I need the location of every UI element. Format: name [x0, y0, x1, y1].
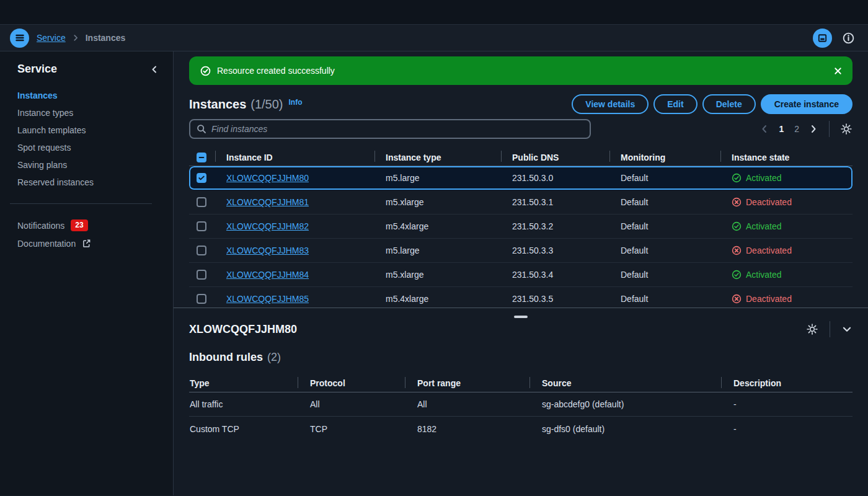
monitoring-cell: Default	[609, 215, 720, 238]
sidebar-item-launch-templates[interactable]: Launch templates	[17, 122, 159, 139]
create-instance-button[interactable]: Create instance	[761, 94, 852, 114]
instance-type-cell: m5.4xlarge	[374, 215, 501, 238]
instance-type-cell: m5.xlarge	[374, 263, 501, 286]
row-checkbox[interactable]	[197, 221, 206, 231]
sidebar-item-notifications[interactable]: Notifications 23	[17, 216, 159, 234]
rule-type: Custom TCP	[189, 417, 298, 441]
rule-description: -	[721, 392, 852, 416]
column-header-public-dns[interactable]: Public DNS	[501, 149, 609, 166]
monitoring-cell: Default	[609, 239, 720, 262]
column-header-instance-type[interactable]: Instance type	[374, 149, 501, 166]
instance-state-cell: Activated	[720, 263, 852, 286]
sidebar-title: Service	[17, 63, 57, 76]
column-header-port-range: Port range	[405, 374, 529, 392]
search-input[interactable]	[211, 124, 583, 134]
table-row[interactable]: XLOWCQQFJJHM83 m5.large 231.50.3.3 Defau…	[189, 239, 852, 263]
next-page-icon[interactable]	[808, 124, 818, 134]
flash-message: Resource created successfully	[189, 56, 852, 85]
page-number-2[interactable]: 2	[793, 124, 800, 134]
breadcrumb-service-link[interactable]: Service	[37, 33, 66, 43]
notifications-label: Notifications	[17, 221, 64, 231]
delete-button[interactable]: Delete	[702, 94, 756, 114]
split-panel-collapse-chevron-down-icon[interactable]	[841, 324, 852, 335]
split-panel-actions-divider	[830, 321, 830, 337]
menu-button[interactable]	[10, 29, 29, 48]
success-check-icon	[200, 66, 211, 76]
table-settings-gear-icon[interactable]	[840, 123, 852, 135]
pagination: 1 2	[760, 121, 852, 137]
column-header-type: Type	[189, 374, 298, 392]
info-icon	[843, 32, 854, 44]
table-row[interactable]: XLOWCQQFJJHM82 m5.4xlarge 231.50.3.2 Def…	[189, 215, 852, 239]
row-checkbox[interactable]	[197, 173, 206, 183]
split-panel-drag-handle[interactable]	[514, 316, 528, 318]
search-icon	[197, 124, 206, 134]
breadcrumb-chevron-icon	[71, 33, 80, 42]
public-dns-cell: 231.50.3.5	[501, 287, 609, 308]
row-checkbox[interactable]	[197, 197, 206, 207]
sidebar-item-instance-types[interactable]: Instance types	[17, 104, 159, 122]
monitoring-cell: Default	[609, 287, 720, 308]
resource-counter: (1/50)	[250, 97, 283, 112]
instance-id-link[interactable]: XLOWCQQFJJHM80	[226, 173, 309, 183]
rule-description: -	[721, 417, 852, 441]
sidebar-item-instances[interactable]: Instances	[17, 87, 159, 104]
rule-port-range: All	[405, 392, 529, 416]
info-button[interactable]	[843, 32, 854, 44]
split-panel-icon	[817, 33, 828, 43]
row-checkbox[interactable]	[197, 294, 206, 304]
row-checkbox[interactable]	[197, 246, 206, 255]
table-header-row: Instance ID Instance type Public DNS Mon…	[189, 149, 852, 166]
previous-page-icon[interactable]	[760, 124, 769, 134]
select-all-checkbox[interactable]	[197, 153, 206, 162]
info-link[interactable]: Info	[289, 98, 303, 107]
view-details-button[interactable]: View details	[572, 94, 649, 114]
instance-id-link[interactable]: XLOWCQQFJJHM82	[226, 221, 309, 231]
rule-row: All traffic All All sg-abcdefg0 (default…	[189, 392, 852, 417]
instance-state-cell: Deactivated	[720, 190, 852, 214]
instance-id-link[interactable]: XLOWCQQFJJHM81	[226, 197, 309, 207]
instance-id-link[interactable]: XLOWCQQFJJHM85	[226, 294, 309, 304]
sidebar-collapse-button[interactable]	[149, 64, 159, 74]
table-row[interactable]: XLOWCQQFJJHM84 m5.xlarge 231.50.3.4 Defa…	[189, 263, 852, 287]
documentation-label: Documentation	[17, 239, 76, 249]
side-navigation: Service Instances Instance types Launch …	[0, 51, 174, 495]
edit-button[interactable]: Edit	[653, 94, 697, 114]
sidebar-item-spot-requests[interactable]: Spot requests	[17, 139, 159, 156]
table-row[interactable]: XLOWCQQFJJHM85 m5.4xlarge 231.50.3.5 Def…	[189, 287, 852, 308]
instance-state-text: Deactivated	[746, 294, 792, 304]
public-dns-cell: 231.50.3.0	[501, 166, 609, 190]
instance-state-cell: Deactivated	[720, 239, 852, 262]
flash-message-text: Resource created successfully	[217, 66, 335, 76]
instance-id-link[interactable]: XLOWCQQFJJHM83	[226, 246, 309, 255]
split-panel-toggle-button[interactable]	[813, 29, 832, 48]
monitoring-cell: Default	[609, 166, 720, 190]
hamburger-icon	[15, 33, 25, 43]
table-row[interactable]: XLOWCQQFJJHM81 m5.xlarge 231.50.3.1 Defa…	[189, 190, 852, 215]
page-title: Instances	[189, 97, 246, 112]
table-row[interactable]: XLOWCQQFJJHM80 m5.large 231.50.3.0 Defau…	[189, 166, 852, 190]
flash-close-button[interactable]	[833, 66, 843, 76]
sidebar-item-reserved-instances[interactable]: Reserved instances	[17, 174, 159, 191]
instance-state-text: Activated	[746, 221, 782, 231]
column-header-source: Source	[529, 374, 721, 392]
column-header-instance-state[interactable]: Instance state	[720, 149, 852, 166]
instance-id-link[interactable]: XLOWCQQFJJHM84	[226, 270, 309, 280]
notifications-badge: 23	[71, 219, 87, 231]
instance-state-text: Deactivated	[746, 197, 792, 207]
sidebar-item-saving-plans[interactable]: Saving plans	[17, 156, 159, 174]
rule-source: sg-dfs0 (default)	[529, 417, 721, 441]
status-error-icon	[732, 197, 742, 207]
split-panel-settings-gear-icon[interactable]	[806, 323, 818, 335]
rule-type: All traffic	[189, 392, 298, 416]
column-header-monitoring[interactable]: Monitoring	[609, 149, 720, 166]
column-header-instance-id[interactable]: Instance ID	[215, 149, 374, 166]
monitoring-cell: Default	[609, 263, 720, 286]
page-number-1[interactable]: 1	[777, 124, 785, 134]
row-checkbox[interactable]	[197, 270, 206, 280]
rule-port-range: 8182	[405, 417, 529, 441]
sidebar-item-documentation[interactable]: Documentation	[17, 234, 159, 252]
instance-type-cell: m5.large	[374, 239, 501, 262]
public-dns-cell: 231.50.3.1	[501, 190, 609, 214]
instance-type-cell: m5.4xlarge	[374, 287, 501, 308]
